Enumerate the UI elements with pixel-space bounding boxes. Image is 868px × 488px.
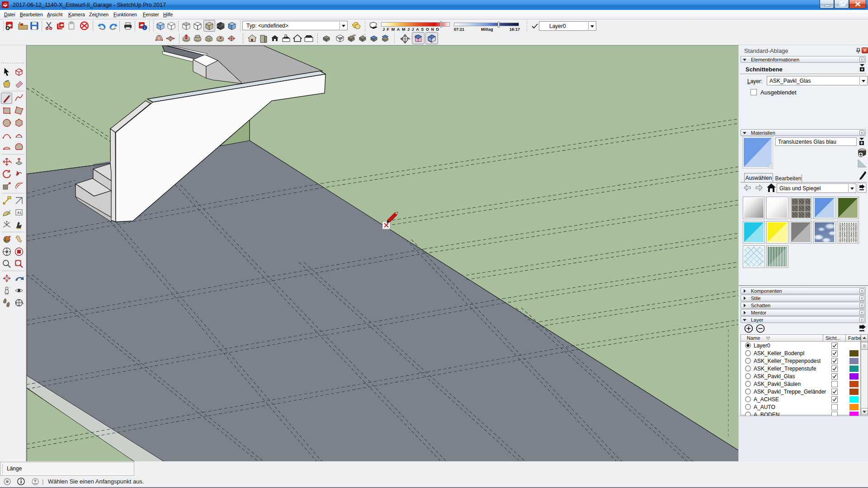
svg-text:A1: A1 (17, 211, 22, 215)
